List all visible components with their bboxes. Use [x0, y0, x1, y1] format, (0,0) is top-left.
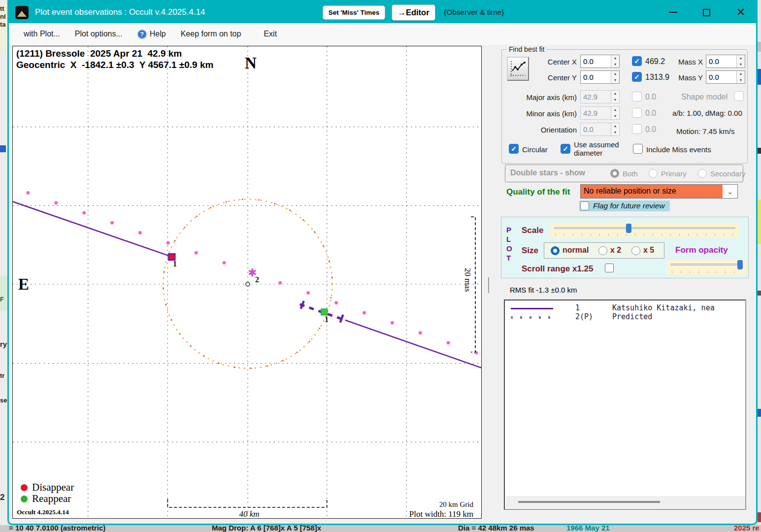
- observation-row[interactable]: 1 Katsuhiko Kitazaki, nea: [505, 303, 745, 313]
- double-primary-radio[interactable]: [649, 169, 658, 178]
- quality-dropdown[interactable]: No reliable position or size ⌄: [580, 184, 738, 199]
- set-miss-times-button[interactable]: Set 'Miss' Times: [323, 5, 385, 20]
- center-x-input[interactable]: 0.0 ▲▼: [580, 55, 620, 68]
- spin-down-icon[interactable]: ▼: [737, 62, 745, 68]
- major-axis-spinner: ▲▼: [611, 91, 619, 103]
- scale-slider-ticks: [555, 233, 734, 236]
- fit-x-value: 469.2: [645, 57, 665, 66]
- minor-fit-checkbox[interactable]: [632, 108, 642, 118]
- scale-slider[interactable]: [550, 223, 739, 237]
- horizontal-scrollbar[interactable]: [506, 496, 745, 508]
- bg-bottom-text: Mag Drop: A 6 [768]x A 5 [758]x: [212, 525, 321, 532]
- circular-checkbox[interactable]: [509, 144, 519, 154]
- opacity-slider-ticks: [672, 271, 742, 273]
- observation-name: Katsuhiko Kitazaki, nea: [612, 303, 715, 312]
- menu-help[interactable]: ? Help: [137, 30, 166, 39]
- center-y-spinner[interactable]: ▲▼: [611, 71, 619, 83]
- double-secondary-radio[interactable]: [698, 169, 707, 178]
- solid-line-sample: [511, 308, 553, 309]
- find-best-fit-title: Find best fit: [507, 45, 546, 53]
- menu-keep-on-top[interactable]: Keep form on top: [181, 30, 241, 38]
- fit-y-value: 1313.9: [645, 73, 669, 82]
- menu-exit[interactable]: Exit: [264, 30, 277, 38]
- opacity-slider-thumb[interactable]: [737, 260, 743, 269]
- scale-slider-thumb[interactable]: [626, 224, 631, 233]
- minor-axis-value: 42.9: [581, 107, 611, 119]
- use-assumed-label: Use assumed diameter: [574, 140, 628, 157]
- double-stars-group: Double stars - show Both Primary Seconda…: [505, 165, 743, 182]
- observer-time-label[interactable]: {Observer & time}: [444, 8, 504, 17]
- window-title: Plot event observations : Occult v.4.202…: [35, 7, 205, 17]
- menu-with-plot[interactable]: with Plot...: [24, 30, 60, 38]
- center-x-value[interactable]: 0.0: [581, 55, 611, 67]
- spin-up-icon[interactable]: ▲: [611, 71, 619, 77]
- plot-panel-title: P L O T: [506, 225, 512, 263]
- spin-up-icon[interactable]: ▲: [611, 55, 619, 62]
- shape-model-checkbox[interactable]: [734, 91, 744, 101]
- scale-bar-label: 40 km: [220, 509, 279, 519]
- orientation-input: 0.0 ▲▼: [580, 123, 620, 136]
- editor-button[interactable]: →Editor: [392, 4, 435, 21]
- opacity-slider[interactable]: [667, 259, 747, 275]
- scroll-range-label: Scroll range x1.25: [522, 264, 594, 274]
- center-y-value[interactable]: 0.0: [581, 71, 611, 83]
- center-y-input[interactable]: 0.0 ▲▼: [580, 70, 620, 84]
- mass-x-value[interactable]: 0.0: [706, 55, 736, 67]
- disappear-dot-icon: [21, 484, 28, 491]
- include-miss-checkbox[interactable]: [633, 144, 643, 154]
- scroll-range-checkbox[interactable]: [605, 264, 614, 272]
- mass-y-spinner[interactable]: ▲▼: [736, 71, 745, 83]
- include-miss-label: Include Miss events: [646, 145, 711, 154]
- scale-label: Scale: [522, 226, 543, 235]
- size-x2-radio[interactable]: [598, 246, 607, 255]
- plot-width-label: Plot width: 119 km: [409, 509, 473, 519]
- flag-review-checkbox[interactable]: [580, 201, 589, 210]
- size-x2-label: x 2: [610, 246, 621, 255]
- spin-up-icon[interactable]: ▲: [737, 71, 745, 77]
- size-normal-radio[interactable]: [551, 246, 560, 255]
- observation-row[interactable]: 2(P) Predicted: [505, 312, 745, 322]
- shape-model-label: Shape model: [681, 93, 728, 101]
- size-option-group: normal x 2 x 5: [544, 242, 664, 259]
- find-best-fit-button[interactable]: [507, 57, 529, 81]
- spin-down-icon[interactable]: ▼: [611, 62, 619, 68]
- double-primary-label: Primary: [661, 169, 687, 178]
- major-fit-checkbox[interactable]: [632, 92, 642, 101]
- quality-value: No reliable position or size: [581, 185, 723, 198]
- minor-axis-input: 42.9 ▲▼: [580, 106, 620, 120]
- center-y-label: Center Y: [532, 73, 577, 82]
- use-assumed-checkbox[interactable]: [561, 144, 570, 154]
- fit-y-checkbox[interactable]: [632, 72, 642, 82]
- reappear-marker-label: 1: [325, 315, 329, 324]
- spin-up-icon[interactable]: ▲: [737, 55, 745, 62]
- help-icon: ?: [137, 30, 147, 39]
- minor-axis-spinner: ▲▼: [611, 107, 619, 119]
- spin-down-icon[interactable]: ▼: [611, 77, 619, 84]
- mass-y-value[interactable]: 0.0: [706, 71, 736, 83]
- mass-x-input[interactable]: 0.0 ▲▼: [706, 55, 745, 68]
- background-window-bottom: = 10 40 7.0100 (astrometric) Mag Drop: A…: [0, 525, 761, 532]
- maximize-button[interactable]: [695, 4, 718, 20]
- dotted-line-sample: [511, 316, 556, 319]
- mass-x-spinner[interactable]: ▲▼: [736, 55, 745, 67]
- observations-list[interactable]: 1 Katsuhiko Kitazaki, nea 2(P) Predicted: [504, 299, 746, 510]
- bg-fragment: tt: [0, 5, 7, 12]
- minimize-button[interactable]: [662, 4, 684, 20]
- center-x-spinner[interactable]: ▲▼: [611, 55, 619, 67]
- splitter-handle[interactable]: [488, 277, 489, 293]
- bg-fragment: F: [0, 296, 7, 303]
- orientation-fit-checkbox[interactable]: [632, 124, 642, 134]
- mass-y-input[interactable]: 0.0 ▲▼: [706, 70, 745, 84]
- close-button[interactable]: ✕: [729, 4, 752, 20]
- opacity-slider-track: [671, 264, 743, 266]
- plot-area[interactable]: (1211) Bressole 2025 Apr 21 42.9 km Geoc…: [12, 46, 482, 519]
- size-x5-radio[interactable]: [631, 246, 640, 255]
- fit-chart-icon: [510, 60, 527, 78]
- menu-plot-options[interactable]: Plot options...: [75, 30, 123, 38]
- spin-down-icon[interactable]: ▼: [737, 77, 745, 84]
- size-label: Size: [522, 246, 538, 256]
- fit-x-checkbox[interactable]: [632, 56, 642, 66]
- scrollbar-thumb[interactable]: [518, 501, 660, 503]
- double-both-radio[interactable]: [610, 169, 619, 178]
- plot-title-line1: (1211) Bressole 2025 Apr 21 42.9 km: [16, 48, 182, 59]
